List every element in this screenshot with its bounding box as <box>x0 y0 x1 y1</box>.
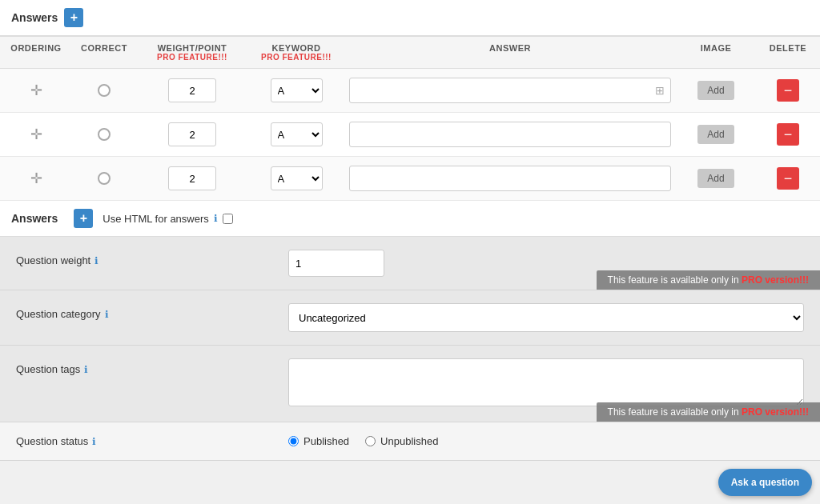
correct-cell-1 <box>72 118 136 150</box>
html-checkbox[interactable] <box>223 214 233 224</box>
html-info-icon: ℹ <box>214 213 218 224</box>
weight-cell-2 <box>136 157 248 200</box>
status-info-icon: ℹ <box>92 436 96 447</box>
answers-bottom-bar: Answers + Use HTML for answers ℹ <box>0 201 820 237</box>
answer-input-0[interactable] <box>349 78 671 103</box>
tags-info-icon: ℹ <box>84 364 88 375</box>
question-tags-label: Question tags ℹ <box>16 358 288 375</box>
drag-cell-1: ✛ <box>0 116 72 153</box>
weight-cell-0 <box>136 69 248 112</box>
image-cell-2: Add <box>676 159 756 198</box>
ask-question-button[interactable]: Ask a question <box>718 469 812 496</box>
correct-cell-0 <box>72 74 136 106</box>
th-correct: CORRECT <box>72 37 136 68</box>
unpublished-radio[interactable] <box>365 436 376 446</box>
drag-handle-0[interactable]: ✛ <box>30 82 42 99</box>
question-tags-control <box>288 358 804 409</box>
th-delete: DELETE <box>756 37 820 68</box>
answer-cell-2 <box>344 159 676 198</box>
keyword-cell-1: ABC <box>248 113 344 156</box>
question-category-label: Question category ℹ <box>16 303 288 320</box>
status-radio-group: Published Unpublished <box>288 435 438 447</box>
question-category-control: Uncategorized <box>288 303 804 332</box>
th-answer: ANSWER <box>344 37 676 68</box>
keyword-select-2[interactable]: ABC <box>271 166 323 190</box>
keyword-select-0[interactable]: ABC <box>271 78 323 102</box>
add-image-btn-2[interactable]: Add <box>697 169 734 188</box>
answers-bottom-label: Answers <box>11 212 58 225</box>
th-image: IMAGE <box>676 37 756 68</box>
delete-row-btn-2[interactable]: − <box>777 167 799 190</box>
th-weight: WEIGHT/POINT PRO Feature!!! <box>136 37 248 68</box>
th-keyword: KEYWORD PRO Feature!!! <box>248 37 344 68</box>
correct-cell-2 <box>72 162 136 194</box>
question-status-label: Question status ℹ <box>16 435 288 447</box>
correct-radio-2[interactable] <box>98 172 111 185</box>
correct-radio-1[interactable] <box>98 128 111 141</box>
weight-input-2[interactable] <box>168 166 216 190</box>
drag-handle-1[interactable]: ✛ <box>30 126 42 143</box>
delete-row-btn-1[interactable]: − <box>777 123 799 146</box>
tags-pro-text: PRO version!!! <box>742 406 809 418</box>
answers-top-bar: Answers + <box>0 0 820 36</box>
th-weight-pro: PRO Feature!!! <box>144 53 240 62</box>
tags-pro-banner: This feature is available only in PRO ve… <box>597 402 820 422</box>
weight-input-1[interactable] <box>168 122 216 146</box>
keyword-select-1[interactable]: ABC <box>271 122 323 146</box>
delete-cell-0: − <box>756 70 820 111</box>
published-radio[interactable] <box>288 436 299 446</box>
question-tags-input[interactable] <box>288 358 804 406</box>
drag-handle-2[interactable]: ✛ <box>30 170 42 187</box>
unpublished-radio-label[interactable]: Unpublished <box>365 435 438 447</box>
table-header-row: ORDERING CORRECT WEIGHT/POINT PRO Featur… <box>0 36 820 69</box>
category-info-icon: ℹ <box>105 309 109 320</box>
question-status-row: Question status ℹ Published Unpublished <box>0 422 820 461</box>
drag-cell-2: ✛ <box>0 160 72 197</box>
answers-top-label: Answers <box>11 11 58 24</box>
image-cell-0: Add <box>676 71 756 110</box>
answer-cell-0: ⊞ <box>344 71 676 110</box>
answer-input-2[interactable] <box>349 166 671 191</box>
html-checkbox-label[interactable]: Use HTML for answers ℹ <box>102 213 232 225</box>
html-label-text: Use HTML for answers <box>102 213 208 225</box>
add-answer-bottom-button[interactable]: + <box>74 209 93 228</box>
keyword-cell-2: ABC <box>248 157 344 200</box>
settings-section: Question weight ℹ This feature is availa… <box>0 237 820 461</box>
table-row: ✛ ABC Add − <box>0 113 820 157</box>
answer-input-1[interactable] <box>349 122 671 147</box>
add-image-btn-1[interactable]: Add <box>697 125 734 144</box>
th-ordering: ORDERING <box>0 37 72 68</box>
keyword-cell-0: ABC <box>248 69 344 112</box>
answer-icon-0: ⊞ <box>655 84 665 97</box>
question-category-select[interactable]: Uncategorized <box>288 303 804 332</box>
delete-row-btn-0[interactable]: − <box>777 79 799 102</box>
add-answer-top-button[interactable]: + <box>64 8 83 27</box>
question-weight-label: Question weight ℹ <box>16 250 288 266</box>
published-label: Published <box>303 435 349 447</box>
correct-radio-0[interactable] <box>98 84 111 97</box>
weight-pro-banner: This feature is available only in PRO ve… <box>597 270 820 290</box>
answer-rows-container: ✛ ABC ⊞ Add − <box>0 69 820 201</box>
th-keyword-pro: PRO Feature!!! <box>256 53 336 62</box>
table-row: ✛ ABC ⊞ Add − <box>0 69 820 113</box>
drag-cell-0: ✛ <box>0 72 72 109</box>
table-row: ✛ ABC Add − <box>0 157 820 201</box>
weight-pro-text: PRO version!!! <box>742 274 809 286</box>
unpublished-label: Unpublished <box>380 435 438 447</box>
published-radio-label[interactable]: Published <box>288 435 349 447</box>
question-weight-row: Question weight ℹ This feature is availa… <box>0 237 820 290</box>
add-image-btn-0[interactable]: Add <box>697 81 734 100</box>
weight-input-0[interactable] <box>168 78 216 102</box>
answer-cell-1 <box>344 115 676 154</box>
weight-info-icon: ℹ <box>94 255 98 266</box>
question-category-row: Question category ℹ Uncategorized <box>0 290 820 346</box>
delete-cell-2: − <box>756 158 820 199</box>
question-tags-row: Question tags ℹ This feature is availabl… <box>0 346 820 422</box>
image-cell-1: Add <box>676 115 756 154</box>
delete-cell-1: − <box>756 114 820 155</box>
weight-cell-1 <box>136 113 248 156</box>
question-weight-input[interactable] <box>288 250 384 277</box>
